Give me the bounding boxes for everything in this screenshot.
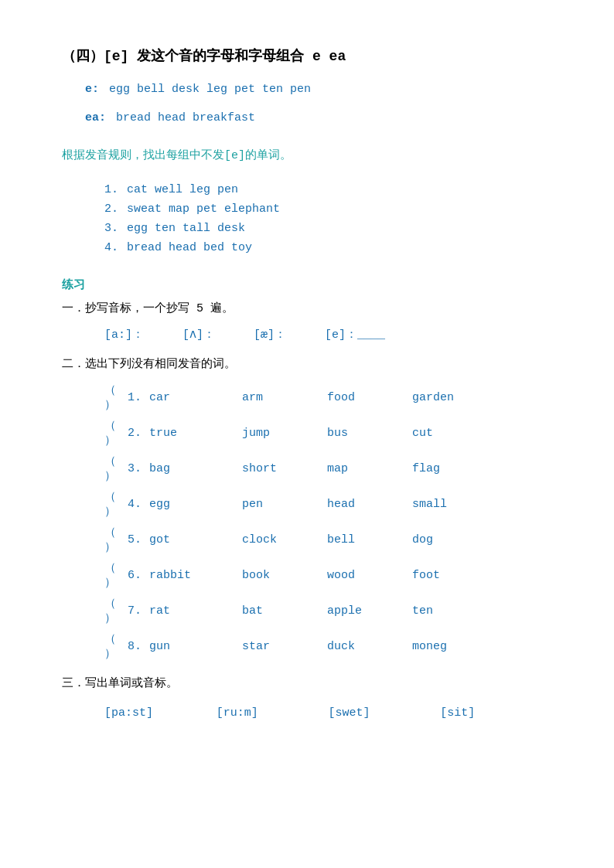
- table-row: （ ） 2. true jump bus cut: [104, 418, 552, 448]
- e-line: e: egg bell desk leg pet ten pen: [85, 79, 552, 100]
- table-row: （ ） 4. egg pen head small: [104, 489, 552, 519]
- ea-words: bread head breakfast: [116, 111, 255, 124]
- ph-4: [e]：____: [325, 327, 385, 342]
- instruction: 根据发音规则，找出每组中不发[e]的单词。: [62, 145, 552, 166]
- section1-label: 一．抄写音标，一个抄写 5 遍。: [62, 298, 552, 319]
- practice-section: 练习 一．抄写音标，一个抄写 5 遍。 [a:]： [ʌ]： [æ]： [e]：…: [62, 277, 552, 720]
- ph-item-3: [swet]: [329, 706, 441, 720]
- e-label: e:: [85, 83, 99, 96]
- practice-label: 练习: [62, 277, 552, 292]
- section3: 三．写出单词或音标。 [pa:st] [ru:m] [swet] [sit]: [62, 673, 552, 720]
- ea-line: ea: bread head breakfast: [85, 107, 552, 128]
- table-row: （ ） 1. car arm food garden: [104, 383, 552, 412]
- group-4: 4. bread head bed toy: [104, 241, 552, 254]
- group-2: 2. sweat map pet elephant: [104, 203, 552, 216]
- section2: 二．选出下列没有相同发音的词。 （ ） 1. car arm food gard…: [62, 354, 552, 661]
- table-row: （ ） 5. got clock bell dog: [104, 525, 552, 554]
- page-title: （四）[e] 发这个音的字母和字母组合 e ea: [62, 46, 552, 65]
- table-row: （ ） 8. gun star duck moneg: [104, 631, 552, 661]
- section3-label: 三．写出单词或音标。: [62, 673, 552, 694]
- group-1: 1. cat well leg pen: [104, 183, 552, 196]
- group-3: 3. egg ten tall desk: [104, 222, 552, 235]
- table-row: （ ） 6. rabbit book wood foot: [104, 560, 552, 590]
- ph-3: [æ]：: [254, 327, 286, 342]
- phonetic-row: [a:]： [ʌ]： [æ]： [e]：____: [104, 327, 552, 342]
- ph-item-1: [pa:st]: [104, 706, 217, 720]
- ea-label: ea:: [85, 111, 106, 124]
- section1: 一．抄写音标，一个抄写 5 遍。 [a:]： [ʌ]： [æ]： [e]：___…: [62, 298, 552, 342]
- groups-container: 1. cat well leg pen 2. sweat map pet ele…: [62, 183, 552, 254]
- table-row: （ ） 3. bag short map flag: [104, 454, 552, 483]
- ph-item-2: [ru:m]: [217, 706, 329, 720]
- section3-items: [pa:st] [ru:m] [swet] [sit]: [104, 706, 552, 720]
- ph-item-4: [sit]: [440, 706, 552, 720]
- ph-2: [ʌ]：: [182, 327, 215, 342]
- ph-1: [a:]：: [104, 327, 144, 342]
- e-words: egg bell desk leg pet ten pen: [109, 83, 311, 96]
- section2-label: 二．选出下列没有相同发音的词。: [62, 354, 552, 375]
- table-row: （ ） 7. rat bat apple ten: [104, 596, 552, 625]
